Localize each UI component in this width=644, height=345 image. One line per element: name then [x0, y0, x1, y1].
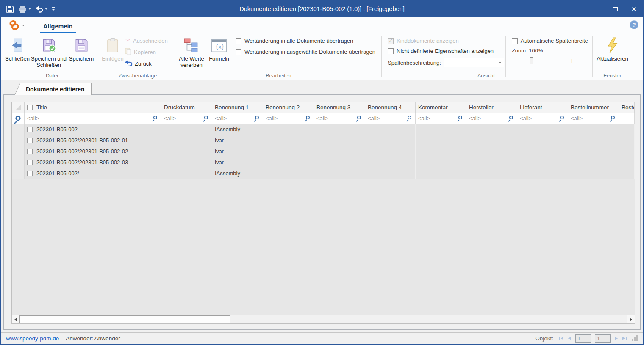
kopieren-button[interactable]: Kopieren	[125, 48, 168, 56]
filter-kommentar[interactable]: <all>	[416, 113, 466, 124]
filter-benennung3[interactable]: <all>	[314, 113, 365, 124]
select-all-checkbox[interactable]	[27, 105, 33, 110]
filter-lieferant[interactable]: <all>	[517, 113, 568, 124]
filter-benennung1[interactable]: <all>	[212, 113, 263, 124]
maximize-button[interactable]	[606, 1, 625, 17]
print-button[interactable]	[18, 5, 31, 13]
ausschneiden-button[interactable]: ✂ Ausschneiden	[125, 37, 168, 44]
column-header-bestellnummer[interactable]: Bestellnummer	[568, 102, 619, 113]
row-checkbox[interactable]	[27, 149, 33, 154]
filter-druckdatum[interactable]: <all>	[161, 113, 212, 124]
tab-allgemein[interactable]: Allgemein	[39, 19, 77, 33]
zoom-minus-button[interactable]: −	[512, 57, 516, 65]
save-icon[interactable]	[6, 5, 14, 13]
filter-bestellnummer2[interactable]	[619, 113, 635, 124]
schliessen-button[interactable]: Schließen	[4, 33, 31, 62]
table-row[interactable]: 202301-B05-002/202301-B05-002-02ivar	[12, 146, 635, 157]
row-checkbox[interactable]	[27, 127, 33, 132]
print-dropdown-icon[interactable]	[28, 8, 31, 10]
cell-benennung3	[314, 124, 365, 135]
row-checkbox[interactable]	[27, 171, 33, 176]
column-header-benennung3[interactable]: Benennung 3	[314, 102, 365, 113]
filter-benennung4[interactable]: <all>	[365, 113, 416, 124]
grid-corner-cell[interactable]	[12, 102, 25, 113]
einfuegen-button[interactable]: Einfügen	[101, 33, 125, 62]
search-icon[interactable]	[560, 116, 564, 119]
chevron-down-icon[interactable]	[499, 62, 501, 63]
speedy-pdm-link[interactable]: www.speedy-pdm.de	[6, 335, 59, 342]
table-row[interactable]: 202301-B05-002/IAssembly	[12, 168, 635, 179]
row-checkbox[interactable]	[27, 138, 33, 143]
first-record-button[interactable]	[559, 336, 564, 341]
horizontal-scrollbar[interactable]	[12, 315, 635, 323]
column-header-lieferant[interactable]: Lieferant	[517, 102, 568, 113]
search-icon[interactable]	[153, 116, 157, 119]
filter-benennung2[interactable]: <all>	[263, 113, 314, 124]
resize-grip-icon[interactable]	[634, 337, 636, 339]
filter-title[interactable]: <all>	[25, 113, 161, 124]
spaltenbeschreibung-combobox[interactable]	[444, 58, 504, 67]
search-icon[interactable]	[458, 116, 462, 119]
search-icon[interactable]	[509, 116, 513, 119]
help-button[interactable]: ?	[630, 20, 638, 29]
scroll-left-button[interactable]	[12, 315, 19, 323]
speichern-button[interactable]: Speichern	[67, 33, 96, 62]
undo-button[interactable]	[35, 6, 47, 13]
cb-kinddokumente[interactable]: ✓ Kinddokumente anzeigen	[388, 38, 504, 44]
previous-record-button[interactable]	[568, 336, 572, 341]
scrollbar-thumb[interactable]	[19, 315, 230, 323]
user-label: Anwender: Anwender	[66, 335, 120, 342]
filter-hersteller[interactable]: <all>	[466, 113, 517, 124]
scroll-right-button[interactable]	[627, 315, 635, 323]
column-header-druckdatum[interactable]: Druckdatum	[161, 102, 212, 113]
row-checkbox[interactable]	[27, 160, 33, 165]
cb-nicht-definierte[interactable]: Nicht definierte Eigenschaften anzeigen	[388, 48, 504, 54]
formeln-button[interactable]: {x} Formeln	[207, 33, 231, 62]
search-icon[interactable]	[204, 116, 208, 119]
last-record-button[interactable]	[622, 336, 627, 341]
aktualisieren-button[interactable]: Aktualisieren	[594, 33, 631, 62]
speichern-und-schliessen-button[interactable]: Speichern und Schließen	[31, 33, 67, 69]
search-icon[interactable]	[611, 116, 615, 119]
customize-toolbar-icon[interactable]	[52, 7, 55, 11]
column-header-benennung4[interactable]: Benennung 4	[365, 102, 416, 113]
next-record-button[interactable]	[614, 336, 618, 341]
column-header-bestellnummer2[interactable]: Beste	[619, 102, 635, 113]
zoom-slider-thumb[interactable]	[530, 57, 533, 64]
search-icon[interactable]	[306, 116, 310, 119]
formulas-icon: {x}	[211, 36, 227, 55]
column-header-benennung2[interactable]: Benennung 2	[263, 102, 314, 113]
cell-kommentar	[416, 146, 466, 157]
filter-search-icon[interactable]	[15, 116, 20, 121]
column-header-title[interactable]: Title	[25, 102, 161, 113]
filter-bestellnummer[interactable]: <all>	[568, 113, 619, 124]
tab-dokumente-editieren[interactable]: Dokumente editieren	[14, 83, 92, 95]
statusbar: www.speedy-pdm.de Anwender: Anwender Obj…	[1, 332, 643, 344]
cb-automatische-spaltenbreite[interactable]: Automatische Spaltenbreite	[512, 38, 588, 44]
filter-row-indicator[interactable]	[12, 113, 25, 124]
column-header-benennung1[interactable]: Benennung 1	[212, 102, 263, 113]
table-row[interactable]: 202301-B05-002/202301-B05-002-03ivar	[12, 157, 635, 168]
search-icon[interactable]	[357, 116, 361, 119]
cb-wertaenderung-ausgewaehlte[interactable]: Wertänderung in ausgewählte Dokumente üb…	[236, 49, 375, 55]
column-header-label: Hersteller	[469, 104, 494, 110]
total-record-input[interactable]	[595, 334, 611, 343]
current-record-input[interactable]	[575, 334, 591, 343]
column-header-kommentar[interactable]: Kommentar	[416, 102, 466, 113]
zurueck-button[interactable]: Zurück	[125, 60, 168, 67]
table-row[interactable]: 202301-B05-002IAssembly	[12, 124, 635, 135]
column-header-hersteller[interactable]: Hersteller	[466, 102, 517, 113]
alle-werte-vererben-button[interactable]: Alle Werte vererben	[176, 33, 207, 69]
close-button[interactable]: ✕	[625, 1, 643, 17]
search-icon[interactable]	[255, 116, 259, 119]
app-menu-button[interactable]	[8, 20, 25, 30]
group-separator	[381, 36, 382, 77]
column-header-label: Beste	[622, 104, 635, 110]
cb-wertaenderung-alle[interactable]: Wertänderung in alle Dokumente übertrage…	[236, 38, 375, 44]
refresh-lightning-icon	[606, 36, 619, 55]
zoom-plus-button[interactable]: +	[570, 57, 574, 65]
search-icon[interactable]	[408, 116, 411, 119]
undo-dropdown-icon[interactable]	[45, 8, 47, 10]
zoom-slider[interactable]	[519, 57, 566, 65]
table-row[interactable]: 202301-B05-002/202301-B05-002-01ivar	[12, 135, 635, 146]
